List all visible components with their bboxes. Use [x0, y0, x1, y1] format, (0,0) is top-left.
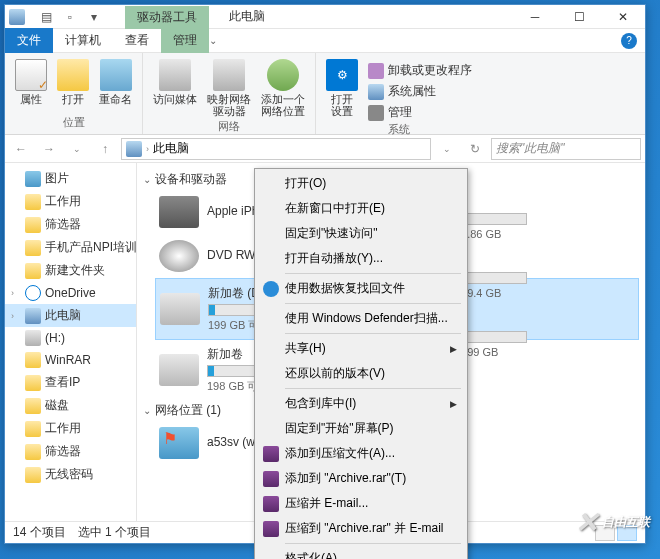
ribbon-content: ✓ 属性 打开 重命名 位置 访问媒体	[5, 53, 645, 135]
sidebar-item[interactable]: ›OneDrive	[5, 282, 136, 304]
sysprop-icon	[368, 84, 384, 100]
menu-separator	[285, 303, 461, 304]
forward-button[interactable]: →	[37, 137, 61, 161]
sidebar-item[interactable]: WinRAR	[5, 349, 136, 371]
close-button[interactable]: ✕	[601, 5, 645, 29]
tab-view[interactable]: 查看	[113, 28, 161, 53]
sidebar-item-label: 查看IP	[45, 374, 80, 391]
winrar-icon	[263, 446, 279, 462]
sidebar-item[interactable]: 查看IP	[5, 371, 136, 394]
up-button[interactable]: ↑	[93, 137, 117, 161]
properties-button[interactable]: ✓ 属性	[13, 57, 49, 107]
sys-properties-button[interactable]: 系统属性	[366, 82, 474, 101]
address-dropdown[interactable]: ⌄	[435, 137, 459, 161]
open-button[interactable]: 打开	[55, 57, 91, 107]
folder-icon	[25, 217, 41, 233]
address-icon	[126, 141, 142, 157]
contextual-tab[interactable]: 驱动器工具	[125, 6, 209, 29]
folder-icon	[25, 421, 41, 437]
minimize-button[interactable]: ─	[513, 5, 557, 29]
sidebar-item[interactable]: 新建文件夹	[5, 259, 136, 282]
qat-new-icon[interactable]: ▫	[59, 7, 81, 27]
menu-item-label: 共享(H)	[285, 340, 326, 357]
menu-item[interactable]: 压缩并 E-mail...	[257, 491, 465, 516]
tab-file[interactable]: 文件	[5, 28, 53, 53]
open-settings-button[interactable]: ⚙ 打开 设置	[324, 57, 360, 119]
sidebar-item[interactable]: 手机产品NPI培训	[5, 236, 136, 259]
menu-item[interactable]: 还原以前的版本(V)	[257, 361, 465, 386]
ribbon-tabs: 文件 计算机 查看 管理 ⌄ ?	[5, 29, 645, 53]
properties-icon: ✓	[15, 59, 47, 91]
uninstall-icon	[368, 63, 384, 79]
menu-item-label: 在新窗口中打开(E)	[285, 200, 385, 217]
address-bar: ← → ⌄ ↑ › 此电脑 ⌄ ↻ 搜索"此电脑"	[5, 135, 645, 163]
manage-icon	[368, 105, 384, 121]
uninstall-button[interactable]: 卸载或更改程序	[366, 61, 474, 80]
collapse-icon: ⌄	[143, 174, 151, 185]
menu-item[interactable]: 使用 Windows Defender扫描...	[257, 306, 465, 331]
menu-item[interactable]: 格式化(A)...	[257, 546, 465, 559]
menu-item[interactable]: 在新窗口中打开(E)	[257, 196, 465, 221]
map-drive-icon	[213, 59, 245, 91]
sidebar-item[interactable]: 工作用	[5, 190, 136, 213]
maximize-button[interactable]: ☐	[557, 5, 601, 29]
settings-icon: ⚙	[326, 59, 358, 91]
access-media-button[interactable]: 访问媒体	[151, 57, 199, 107]
pc-icon	[25, 308, 41, 324]
winrar-icon	[263, 521, 279, 537]
sidebar-item-label: 手机产品NPI培训	[45, 239, 137, 256]
map-drive-button[interactable]: 映射网络 驱动器	[205, 57, 253, 119]
add-network-button[interactable]: 添加一个 网络位置	[259, 57, 307, 119]
submenu-arrow-icon: ▶	[450, 399, 457, 409]
menu-item-label: 固定到"快速访问"	[285, 225, 378, 242]
sidebar-item[interactable]: 无线密码	[5, 463, 136, 486]
tab-manage[interactable]: 管理	[161, 28, 209, 53]
menu-item[interactable]: 打开自动播放(Y)...	[257, 246, 465, 271]
tab-computer[interactable]: 计算机	[53, 28, 113, 53]
menu-item[interactable]: 固定到"快速访问"	[257, 221, 465, 246]
drive-icon	[159, 240, 199, 272]
help-icon[interactable]: ?	[621, 33, 637, 49]
address-box[interactable]: › 此电脑	[121, 138, 431, 160]
sidebar-item[interactable]: 工作用	[5, 417, 136, 440]
back-button[interactable]: ←	[9, 137, 33, 161]
menu-item[interactable]: 压缩到 "Archive.rar" 并 E-mail	[257, 516, 465, 541]
collapse-icon: ⌄	[143, 405, 151, 416]
rename-button[interactable]: 重命名	[97, 57, 134, 107]
menu-item-label: 还原以前的版本(V)	[285, 365, 385, 382]
sidebar-item[interactable]: 筛选器	[5, 440, 136, 463]
menu-item-label: 压缩并 E-mail...	[285, 495, 368, 512]
sidebar-item[interactable]: 图片	[5, 167, 136, 190]
sidebar-item[interactable]: 磁盘	[5, 394, 136, 417]
menu-item[interactable]: 添加到 "Archive.rar"(T)	[257, 466, 465, 491]
sidebar-item[interactable]: ›此电脑	[5, 304, 136, 327]
qat-dropdown-icon[interactable]: ▾	[83, 7, 105, 27]
sidebar-item-label: OneDrive	[45, 286, 96, 300]
media-icon	[159, 59, 191, 91]
nav-sidebar: 图片工作用筛选器手机产品NPI培训新建文件夹›OneDrive›此电脑(H:)W…	[5, 163, 137, 521]
sidebar-item[interactable]: 筛选器	[5, 213, 136, 236]
history-dropdown[interactable]: ⌄	[65, 137, 89, 161]
menu-item[interactable]: 包含到库中(I)▶	[257, 391, 465, 416]
sidebar-item[interactable]: (H:)	[5, 327, 136, 349]
menu-item-label: 添加到 "Archive.rar"(T)	[285, 470, 406, 487]
window-title: 此电脑	[229, 8, 265, 25]
menu-item-label: 打开(O)	[285, 175, 326, 192]
manage-button[interactable]: 管理	[366, 103, 474, 122]
qat-properties-icon[interactable]: ▤	[35, 7, 57, 27]
menu-item[interactable]: 使用数据恢复找回文件	[257, 276, 465, 301]
chevron-right-icon: ›	[146, 144, 149, 154]
menu-item[interactable]: 添加到压缩文件(A)...	[257, 441, 465, 466]
menu-item[interactable]: 打开(O)	[257, 171, 465, 196]
menu-item-label: 包含到库中(I)	[285, 395, 356, 412]
menu-item[interactable]: 固定到"开始"屏幕(P)	[257, 416, 465, 441]
recover-icon	[263, 281, 279, 297]
ribbon-expand-icon[interactable]: ⌄	[209, 35, 217, 46]
drive-icon	[159, 354, 199, 386]
refresh-button[interactable]: ↻	[463, 137, 487, 161]
menu-item[interactable]: 共享(H)▶	[257, 336, 465, 361]
folder-icon	[25, 375, 41, 391]
search-input[interactable]: 搜索"此电脑"	[491, 138, 641, 160]
watermark: ✕ 自由互联	[575, 506, 650, 539]
add-network-icon	[267, 59, 299, 91]
